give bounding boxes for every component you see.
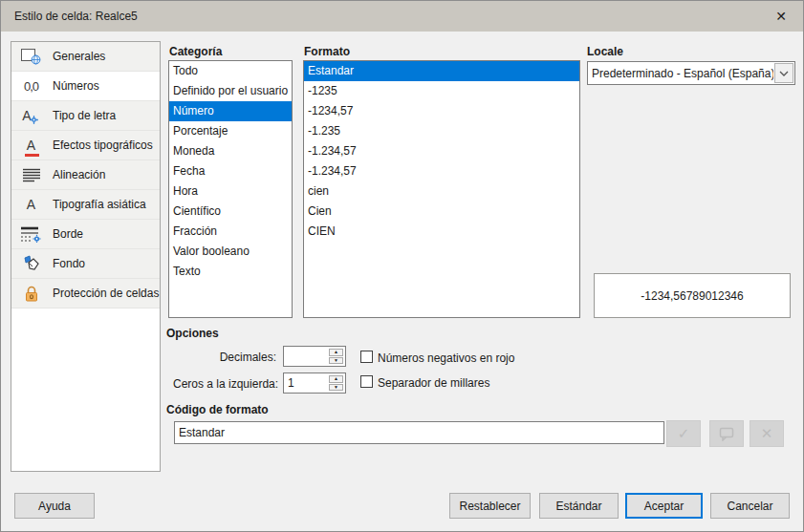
help-button[interactable]: Ayuda bbox=[14, 493, 95, 519]
sidebar-item-label: Alineación bbox=[53, 168, 105, 181]
format-preview: -1234,56789012346 bbox=[594, 273, 791, 318]
sidebar-item-label: Números bbox=[53, 79, 99, 93]
borders-icon bbox=[18, 226, 44, 243]
font-effects-icon: A bbox=[18, 138, 44, 152]
leading-zeros-input[interactable] bbox=[284, 373, 326, 393]
sidebar-item-numeros[interactable]: 0,0 Números bbox=[11, 72, 160, 101]
list-item[interactable]: -1.235 bbox=[304, 121, 579, 141]
list-item[interactable]: cien bbox=[304, 181, 579, 202]
sidebar-item-label: Tipografía asiática bbox=[53, 198, 146, 211]
list-item-selected[interactable]: Número bbox=[169, 101, 292, 121]
lock-icon bbox=[18, 285, 44, 303]
asian-typography-icon: A bbox=[18, 198, 44, 211]
numbers-icon: 0,0 bbox=[18, 79, 44, 94]
sidebar-item-tipografia-asiatica[interactable]: A Tipografía asiática bbox=[11, 190, 160, 220]
spinner-down-button[interactable]: ▼ bbox=[329, 384, 343, 392]
spinner-up-icon: ▲ bbox=[334, 376, 338, 381]
reset-button[interactable]: Restablecer bbox=[449, 493, 531, 519]
negative-red-checkbox[interactable] bbox=[360, 351, 373, 363]
locale-value: Predeterminado - Español (España) bbox=[588, 67, 773, 80]
chevron-down-icon bbox=[779, 71, 789, 76]
spinner-down-button[interactable]: ▼ bbox=[329, 357, 343, 365]
category-label: Categoría bbox=[169, 45, 222, 58]
format-code-label: Código de formato bbox=[166, 403, 269, 416]
confirm-format-button[interactable]: ✓ bbox=[666, 420, 701, 447]
font-icon: A bbox=[18, 109, 44, 122]
sidebar-item-generales[interactable]: Generales bbox=[11, 42, 160, 72]
titlebar[interactable]: Estilo de celda: Realce5 bbox=[1, 1, 803, 32]
list-item[interactable]: Definido por el usuario bbox=[169, 81, 292, 101]
list-item[interactable]: Fecha bbox=[169, 161, 292, 181]
accept-button[interactable]: Aceptar bbox=[625, 493, 703, 519]
list-item[interactable]: Valor booleano bbox=[169, 242, 292, 262]
spinner-up-button[interactable]: ▲ bbox=[329, 349, 343, 356]
delete-icon: ✕ bbox=[761, 425, 773, 442]
cell-style-dialog: Estilo de celda: Realce5 ✕ Generales 0,0… bbox=[0, 0, 804, 532]
format-label: Formato bbox=[304, 45, 350, 58]
sidebar-item-borde[interactable]: Borde bbox=[11, 220, 160, 249]
thousands-separator-label: Separador de millares bbox=[378, 376, 489, 390]
dropdown-arrow-button[interactable] bbox=[774, 63, 793, 83]
sidebar-item-label: Generales bbox=[53, 50, 105, 63]
close-icon: ✕ bbox=[775, 9, 787, 24]
gear-icon bbox=[33, 234, 40, 242]
dialog-title: Estilo de celda: Realce5 bbox=[14, 10, 138, 23]
sidebar-item-tipo-de-letra[interactable]: A Tipo de letra bbox=[11, 101, 160, 131]
checkmark-icon: ✓ bbox=[678, 425, 690, 442]
background-icon bbox=[18, 255, 44, 272]
list-item[interactable]: Moneda bbox=[169, 141, 292, 161]
list-item[interactable]: Cien bbox=[304, 202, 579, 222]
decimals-spinner: ▲ ▼ bbox=[283, 346, 346, 367]
spinner-up-button[interactable]: ▲ bbox=[329, 375, 343, 383]
delete-format-button[interactable]: ✕ bbox=[750, 420, 784, 447]
sidebar-item-alineacion[interactable]: Alineación bbox=[11, 160, 160, 190]
sidebar-item-label: Borde bbox=[53, 227, 83, 241]
list-item[interactable]: Todo bbox=[169, 61, 292, 81]
close-button[interactable]: ✕ bbox=[759, 1, 803, 32]
sidebar-item-proteccion-de-celdas[interactable]: Protección de celdas bbox=[11, 279, 160, 309]
list-item-selected[interactable]: Estandar bbox=[304, 61, 579, 81]
list-item[interactable]: Fracción bbox=[169, 222, 292, 242]
list-item[interactable]: Hora bbox=[169, 181, 292, 202]
globe-square-icon bbox=[18, 47, 44, 66]
format-list: Estandar -1235 -1234,57 -1.235 -1.234,57… bbox=[303, 60, 580, 318]
style-tabs-sidebar: Generales 0,0 Números A Tipo de le bbox=[11, 41, 161, 472]
leading-zeros-label: Ceros a la izquierda: bbox=[173, 377, 276, 391]
comment-format-button[interactable] bbox=[709, 420, 744, 447]
thousands-separator-checkbox[interactable] bbox=[360, 375, 373, 388]
list-item[interactable]: -1.234,57 bbox=[304, 141, 579, 161]
sidebar-item-efectos-tipograficos[interactable]: A Efectos tipográficos bbox=[11, 131, 160, 160]
locale-label: Locale bbox=[587, 45, 623, 58]
preview-value: -1234,56789012346 bbox=[641, 289, 743, 303]
sidebar-item-label: Efectos tipográficos bbox=[53, 138, 153, 152]
list-item[interactable]: -1.234,57 bbox=[304, 161, 579, 181]
options-label: Opciones bbox=[166, 327, 219, 340]
list-item[interactable]: -1234,57 bbox=[304, 101, 579, 121]
standard-button[interactable]: Estándar bbox=[539, 493, 619, 519]
alignment-icon bbox=[18, 168, 44, 182]
locale-dropdown[interactable]: Predeterminado - Español (España) bbox=[587, 61, 795, 85]
list-item[interactable]: Texto bbox=[169, 262, 292, 282]
list-item[interactable]: CIEN bbox=[304, 222, 579, 242]
decimals-input[interactable] bbox=[284, 347, 326, 366]
category-list: Todo Definido por el usuario Número Porc… bbox=[168, 60, 293, 318]
sidebar-item-label: Tipo de letra bbox=[53, 109, 116, 122]
sidebar-item-label: Fondo bbox=[53, 257, 85, 270]
spinner-down-icon: ▼ bbox=[334, 358, 338, 363]
comment-icon bbox=[719, 427, 734, 441]
decimals-label: Decimales: bbox=[173, 351, 276, 364]
leading-zeros-spinner: ▲ ▼ bbox=[283, 372, 346, 394]
list-item[interactable]: Científico bbox=[169, 202, 292, 222]
spinner-up-icon: ▲ bbox=[334, 350, 338, 354]
sidebar-item-fondo[interactable]: Fondo bbox=[11, 249, 160, 279]
gear-icon bbox=[30, 116, 38, 124]
negative-red-label: Números negativos en rojo bbox=[378, 351, 514, 365]
cancel-button[interactable]: Cancelar bbox=[710, 493, 790, 519]
spinner-down-icon: ▼ bbox=[334, 385, 338, 390]
list-item[interactable]: -1235 bbox=[304, 81, 579, 101]
sidebar-item-label: Protección de celdas bbox=[53, 287, 159, 300]
list-item[interactable]: Porcentaje bbox=[169, 121, 292, 141]
format-code-input[interactable] bbox=[174, 421, 664, 444]
